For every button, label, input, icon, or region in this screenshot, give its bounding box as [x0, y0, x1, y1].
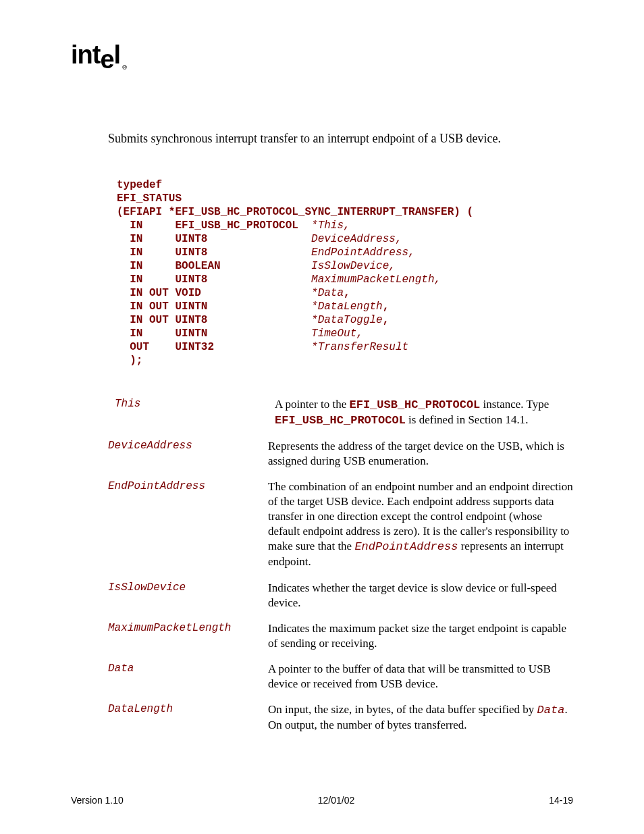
- footer-version: Version 1.10: [71, 795, 124, 806]
- param-row-endpointaddress: EndPointAddress The combination of an en…: [108, 479, 573, 570]
- param-row-datalength: DataLength On input, the size, in bytes,…: [108, 702, 573, 733]
- page-footer: Version 1.10 12/01/02 14-19: [71, 795, 573, 806]
- footer-date: 12/01/02: [318, 795, 355, 806]
- parameters-table: This A pointer to the EFI_USB_HC_PROTOCO…: [108, 397, 573, 733]
- param-name: EndPointAddress: [108, 479, 268, 492]
- param-name: DataLength: [108, 702, 268, 715]
- param-desc: Represents the address of the target dev…: [268, 439, 573, 469]
- param-row-isslowdevice: IsSlowDevice Indicates whether the targe…: [108, 581, 573, 610]
- param-row-maximumpacketlength: MaximumPacketLength Indicates the maximu…: [108, 621, 573, 651]
- intel-logo: intel®: [71, 41, 573, 71]
- param-desc: A pointer to the EFI_USB_HC_PROTOCOL ins…: [275, 397, 573, 428]
- param-desc: Indicates whether the target device is s…: [268, 581, 573, 610]
- param-row-deviceaddress: DeviceAddress Represents the address of …: [108, 439, 573, 469]
- param-name: This: [108, 397, 275, 410]
- prototype-code: typedef EFI_STATUS (EFIAPI *EFI_USB_HC_P…: [117, 178, 573, 367]
- param-name: MaximumPacketLength: [108, 621, 268, 634]
- param-name: IsSlowDevice: [108, 581, 268, 594]
- param-desc: A pointer to the buffer of data that wil…: [268, 662, 573, 692]
- logo-tm: ®: [122, 64, 126, 71]
- param-desc: Indicates the maximum packet size the ta…: [268, 621, 573, 651]
- param-desc: The combination of an endpoint number an…: [268, 479, 573, 570]
- param-desc: On input, the size, in bytes, of the dat…: [268, 702, 573, 733]
- param-row-this: This A pointer to the EFI_USB_HC_PROTOCO…: [108, 397, 573, 428]
- param-name: Data: [108, 662, 268, 675]
- page: intel® Submits synchronous interrupt tra…: [0, 0, 644, 834]
- footer-page-number: 14-19: [549, 795, 573, 806]
- summary-text: Submits synchronous interrupt transfer t…: [108, 132, 573, 146]
- param-row-data: Data A pointer to the buffer of data tha…: [108, 662, 573, 692]
- param-name: DeviceAddress: [108, 439, 268, 452]
